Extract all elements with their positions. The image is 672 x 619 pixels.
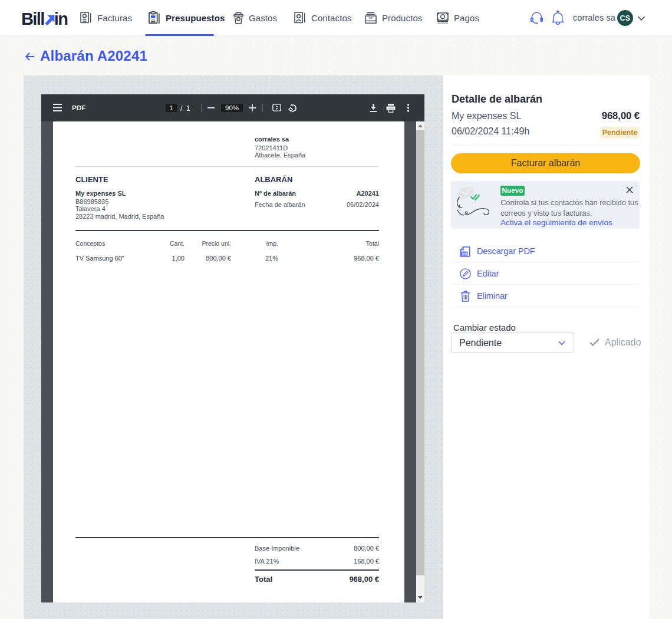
svg-text:PDF: PDF [462,252,467,255]
